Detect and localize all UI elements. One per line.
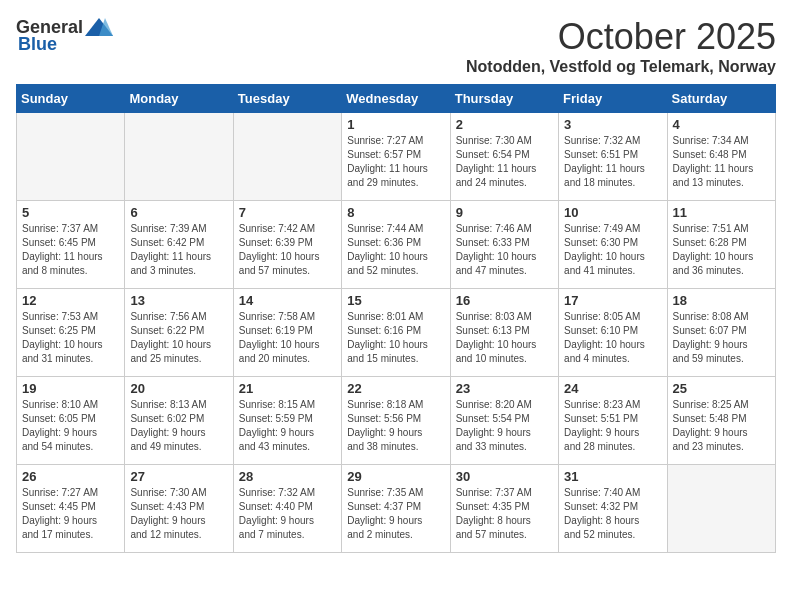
day-info: Sunrise: 7:27 AM Sunset: 6:57 PM Dayligh… — [347, 134, 444, 190]
day-info: Sunrise: 8:10 AM Sunset: 6:05 PM Dayligh… — [22, 398, 119, 454]
calendar-day-cell: 20Sunrise: 8:13 AM Sunset: 6:02 PM Dayli… — [125, 377, 233, 465]
calendar-day-cell: 26Sunrise: 7:27 AM Sunset: 4:45 PM Dayli… — [17, 465, 125, 553]
calendar-day-cell: 18Sunrise: 8:08 AM Sunset: 6:07 PM Dayli… — [667, 289, 775, 377]
day-info: Sunrise: 7:32 AM Sunset: 6:51 PM Dayligh… — [564, 134, 661, 190]
day-number: 18 — [673, 293, 770, 308]
calendar-table: SundayMondayTuesdayWednesdayThursdayFrid… — [16, 84, 776, 553]
calendar-day-cell: 30Sunrise: 7:37 AM Sunset: 4:35 PM Dayli… — [450, 465, 558, 553]
calendar-day-cell: 22Sunrise: 8:18 AM Sunset: 5:56 PM Dayli… — [342, 377, 450, 465]
day-info: Sunrise: 8:08 AM Sunset: 6:07 PM Dayligh… — [673, 310, 770, 366]
day-number: 31 — [564, 469, 661, 484]
day-number: 9 — [456, 205, 553, 220]
day-number: 5 — [22, 205, 119, 220]
calendar-day-cell: 8Sunrise: 7:44 AM Sunset: 6:36 PM Daylig… — [342, 201, 450, 289]
calendar-day-cell: 19Sunrise: 8:10 AM Sunset: 6:05 PM Dayli… — [17, 377, 125, 465]
day-info: Sunrise: 7:51 AM Sunset: 6:28 PM Dayligh… — [673, 222, 770, 278]
calendar-day-cell: 1Sunrise: 7:27 AM Sunset: 6:57 PM Daylig… — [342, 113, 450, 201]
day-number: 1 — [347, 117, 444, 132]
logo-icon — [85, 16, 113, 38]
day-number: 22 — [347, 381, 444, 396]
calendar-week-row: 26Sunrise: 7:27 AM Sunset: 4:45 PM Dayli… — [17, 465, 776, 553]
calendar-day-cell: 17Sunrise: 8:05 AM Sunset: 6:10 PM Dayli… — [559, 289, 667, 377]
calendar-day-cell: 11Sunrise: 7:51 AM Sunset: 6:28 PM Dayli… — [667, 201, 775, 289]
day-number: 7 — [239, 205, 336, 220]
calendar-day-cell: 10Sunrise: 7:49 AM Sunset: 6:30 PM Dayli… — [559, 201, 667, 289]
calendar-day-cell — [17, 113, 125, 201]
day-number: 20 — [130, 381, 227, 396]
day-info: Sunrise: 8:03 AM Sunset: 6:13 PM Dayligh… — [456, 310, 553, 366]
day-info: Sunrise: 7:42 AM Sunset: 6:39 PM Dayligh… — [239, 222, 336, 278]
calendar-week-row: 1Sunrise: 7:27 AM Sunset: 6:57 PM Daylig… — [17, 113, 776, 201]
calendar-week-row: 5Sunrise: 7:37 AM Sunset: 6:45 PM Daylig… — [17, 201, 776, 289]
day-number: 24 — [564, 381, 661, 396]
calendar-day-cell — [125, 113, 233, 201]
day-info: Sunrise: 7:56 AM Sunset: 6:22 PM Dayligh… — [130, 310, 227, 366]
calendar-day-cell: 6Sunrise: 7:39 AM Sunset: 6:42 PM Daylig… — [125, 201, 233, 289]
day-info: Sunrise: 7:49 AM Sunset: 6:30 PM Dayligh… — [564, 222, 661, 278]
logo: General Blue — [16, 16, 113, 55]
calendar-day-cell: 28Sunrise: 7:32 AM Sunset: 4:40 PM Dayli… — [233, 465, 341, 553]
calendar-day-cell: 4Sunrise: 7:34 AM Sunset: 6:48 PM Daylig… — [667, 113, 775, 201]
calendar-day-cell: 7Sunrise: 7:42 AM Sunset: 6:39 PM Daylig… — [233, 201, 341, 289]
day-info: Sunrise: 8:15 AM Sunset: 5:59 PM Dayligh… — [239, 398, 336, 454]
day-number: 26 — [22, 469, 119, 484]
day-number: 19 — [22, 381, 119, 396]
day-info: Sunrise: 7:30 AM Sunset: 4:43 PM Dayligh… — [130, 486, 227, 542]
day-number: 6 — [130, 205, 227, 220]
day-number: 30 — [456, 469, 553, 484]
day-number: 21 — [239, 381, 336, 396]
calendar-day-cell: 25Sunrise: 8:25 AM Sunset: 5:48 PM Dayli… — [667, 377, 775, 465]
calendar-day-cell: 5Sunrise: 7:37 AM Sunset: 6:45 PM Daylig… — [17, 201, 125, 289]
day-number: 4 — [673, 117, 770, 132]
day-number: 25 — [673, 381, 770, 396]
calendar-day-cell: 23Sunrise: 8:20 AM Sunset: 5:54 PM Dayli… — [450, 377, 558, 465]
weekday-header: Tuesday — [233, 85, 341, 113]
day-info: Sunrise: 7:44 AM Sunset: 6:36 PM Dayligh… — [347, 222, 444, 278]
month-title: October 2025 — [466, 16, 776, 58]
day-number: 8 — [347, 205, 444, 220]
location-title: Notodden, Vestfold og Telemark, Norway — [466, 58, 776, 76]
day-info: Sunrise: 7:53 AM Sunset: 6:25 PM Dayligh… — [22, 310, 119, 366]
calendar-day-cell: 31Sunrise: 7:40 AM Sunset: 4:32 PM Dayli… — [559, 465, 667, 553]
day-number: 13 — [130, 293, 227, 308]
calendar-day-cell: 12Sunrise: 7:53 AM Sunset: 6:25 PM Dayli… — [17, 289, 125, 377]
day-info: Sunrise: 7:58 AM Sunset: 6:19 PM Dayligh… — [239, 310, 336, 366]
weekday-header: Monday — [125, 85, 233, 113]
weekday-header: Thursday — [450, 85, 558, 113]
day-number: 2 — [456, 117, 553, 132]
day-info: Sunrise: 7:35 AM Sunset: 4:37 PM Dayligh… — [347, 486, 444, 542]
day-info: Sunrise: 8:18 AM Sunset: 5:56 PM Dayligh… — [347, 398, 444, 454]
calendar-day-cell: 15Sunrise: 8:01 AM Sunset: 6:16 PM Dayli… — [342, 289, 450, 377]
calendar-day-cell: 16Sunrise: 8:03 AM Sunset: 6:13 PM Dayli… — [450, 289, 558, 377]
day-info: Sunrise: 7:39 AM Sunset: 6:42 PM Dayligh… — [130, 222, 227, 278]
weekday-header: Friday — [559, 85, 667, 113]
day-number: 29 — [347, 469, 444, 484]
day-number: 16 — [456, 293, 553, 308]
calendar-header-row: SundayMondayTuesdayWednesdayThursdayFrid… — [17, 85, 776, 113]
day-number: 12 — [22, 293, 119, 308]
calendar-week-row: 19Sunrise: 8:10 AM Sunset: 6:05 PM Dayli… — [17, 377, 776, 465]
day-info: Sunrise: 7:34 AM Sunset: 6:48 PM Dayligh… — [673, 134, 770, 190]
calendar-day-cell: 9Sunrise: 7:46 AM Sunset: 6:33 PM Daylig… — [450, 201, 558, 289]
calendar-day-cell: 2Sunrise: 7:30 AM Sunset: 6:54 PM Daylig… — [450, 113, 558, 201]
calendar-day-cell — [233, 113, 341, 201]
day-info: Sunrise: 7:40 AM Sunset: 4:32 PM Dayligh… — [564, 486, 661, 542]
day-number: 28 — [239, 469, 336, 484]
day-number: 10 — [564, 205, 661, 220]
calendar-day-cell: 27Sunrise: 7:30 AM Sunset: 4:43 PM Dayli… — [125, 465, 233, 553]
day-info: Sunrise: 7:46 AM Sunset: 6:33 PM Dayligh… — [456, 222, 553, 278]
day-info: Sunrise: 8:25 AM Sunset: 5:48 PM Dayligh… — [673, 398, 770, 454]
day-number: 3 — [564, 117, 661, 132]
calendar-day-cell: 14Sunrise: 7:58 AM Sunset: 6:19 PM Dayli… — [233, 289, 341, 377]
day-number: 15 — [347, 293, 444, 308]
calendar-week-row: 12Sunrise: 7:53 AM Sunset: 6:25 PM Dayli… — [17, 289, 776, 377]
title-block: October 2025 Notodden, Vestfold og Telem… — [466, 16, 776, 76]
day-info: Sunrise: 7:37 AM Sunset: 4:35 PM Dayligh… — [456, 486, 553, 542]
day-number: 14 — [239, 293, 336, 308]
day-info: Sunrise: 8:01 AM Sunset: 6:16 PM Dayligh… — [347, 310, 444, 366]
calendar-day-cell: 24Sunrise: 8:23 AM Sunset: 5:51 PM Dayli… — [559, 377, 667, 465]
day-number: 17 — [564, 293, 661, 308]
day-info: Sunrise: 7:32 AM Sunset: 4:40 PM Dayligh… — [239, 486, 336, 542]
calendar-day-cell: 21Sunrise: 8:15 AM Sunset: 5:59 PM Dayli… — [233, 377, 341, 465]
day-info: Sunrise: 8:23 AM Sunset: 5:51 PM Dayligh… — [564, 398, 661, 454]
